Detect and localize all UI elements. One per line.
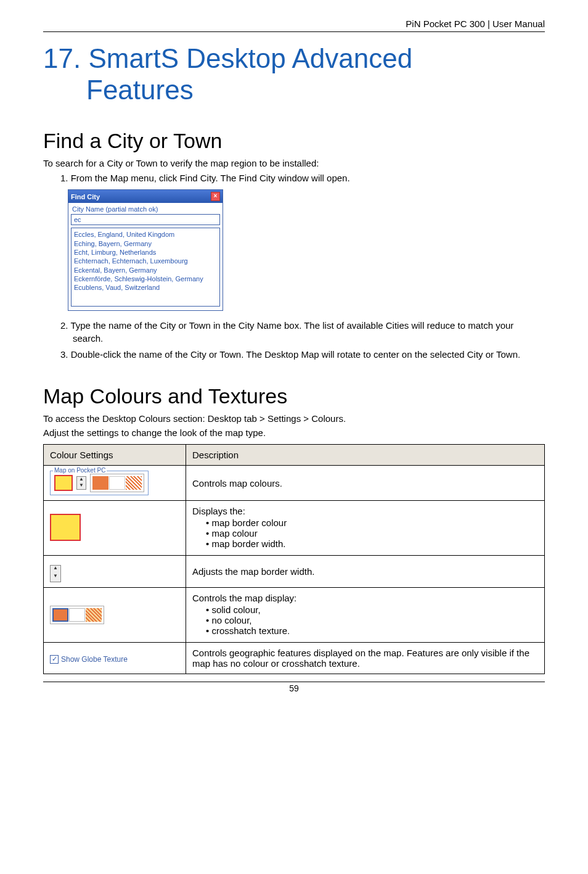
colour-swatch-icon[interactable] (54, 475, 73, 491)
row2-bullet1: map border colour (206, 517, 538, 528)
city-results-list[interactable]: Eccles, England, United Kingdom Eching, … (71, 228, 220, 307)
row3-desc: Adjusts the map border width. (186, 556, 545, 588)
title-line1: 17. SmartS Desktop Advanced (43, 43, 412, 73)
list-item[interactable]: Echternach, Echternach, Luxembourg (74, 257, 217, 265)
row4-bullet1: solid colour, (206, 604, 538, 615)
colour-settings-table: Colour Settings Description Map on Pocke… (43, 444, 545, 674)
colour-swatch-icon[interactable] (50, 514, 81, 541)
swatch-crosshatch-icon[interactable] (86, 608, 102, 622)
checkbox-label: Show Globe Texture (61, 655, 128, 664)
find-city-titlebar: Find City × (68, 190, 223, 203)
find-city-label: City Name (partial match ok) (68, 203, 223, 214)
swatch-nocolour-icon[interactable] (109, 476, 125, 490)
list-item[interactable]: Ecublens, Vaud, Switzerland (74, 283, 217, 292)
table-row: Controls the map display: solid colour, … (44, 588, 545, 643)
border-width-spinner[interactable]: ▲▼ (50, 565, 61, 582)
swatch-crosshatch-icon[interactable] (126, 476, 142, 490)
section1-heading: Find a City or Town (43, 129, 545, 153)
row4-bullet3: crosshatch texture. (206, 625, 538, 636)
swatch-solid-icon[interactable] (52, 608, 68, 622)
section2-intro2: Adjust the settings to change the look o… (43, 427, 545, 438)
swatch-nocolour-icon[interactable] (69, 608, 85, 622)
list-item[interactable]: Eckernförde, Schleswig-Holstein, Germany (74, 274, 217, 283)
display-mode-swatches[interactable] (90, 474, 144, 492)
list-item[interactable]: Eching, Bayern, Germany (74, 239, 217, 248)
border-width-spinner[interactable]: ▲▼ (76, 476, 86, 490)
city-name-input[interactable]: ec (71, 214, 220, 225)
close-icon[interactable]: × (211, 192, 220, 201)
map-pocket-widget[interactable]: Map on Pocket PC ▲▼ (50, 471, 149, 495)
page-title: 17. SmartS Desktop Advanced Features (43, 43, 545, 105)
step-1: 1. From the Map menu, click Find City. T… (60, 172, 545, 184)
table-header-colour-settings: Colour Settings (44, 445, 186, 466)
table-row: ✓ Show Globe Texture Controls geographic… (44, 643, 545, 674)
row4-desc-line: Controls the map display: (192, 593, 538, 603)
section2-intro1: To access the Desktop Colours section: D… (43, 413, 545, 424)
row2-bullet2: map colour (206, 528, 538, 538)
list-item[interactable]: Eckental, Bayern, Germany (74, 266, 217, 274)
row1-desc: Controls map colours. (186, 466, 545, 501)
list-item[interactable]: Eccles, England, United Kingdom (74, 230, 217, 239)
table-header-description: Description (186, 445, 545, 466)
list-item[interactable]: Echt, Limburg, Netherlands (74, 248, 217, 257)
step-3: 3. Double-click the name of the City or … (60, 348, 545, 361)
section1-intro: To search for a City or Town to verify t… (43, 158, 545, 168)
header-right: PiN Pocket PC 300 | User Manual (43, 19, 545, 32)
table-row: ▲▼ Adjusts the map border width. (44, 556, 545, 588)
display-mode-swatches[interactable] (50, 606, 104, 624)
table-row: Displays the: map border colour map colo… (44, 501, 545, 556)
row4-bullet2: no colour, (206, 615, 538, 625)
title-line2: Features (43, 75, 545, 106)
find-city-dialog: Find City × City Name (partial match ok)… (68, 189, 223, 311)
row5-desc: Controls geographic features displayed o… (186, 643, 545, 674)
step-2: 2. Type the name of the City or Town in … (60, 320, 545, 345)
page-number: 59 (43, 682, 545, 693)
row2-desc-line: Displays the: (192, 506, 538, 516)
swatch-solid-icon[interactable] (92, 476, 108, 490)
row2-bullet3: map border width. (206, 538, 538, 549)
map-pocket-legend: Map on Pocket PC (53, 467, 107, 474)
find-city-title: Find City (71, 193, 100, 200)
show-globe-texture-checkbox[interactable]: ✓ Show Globe Texture (50, 655, 128, 664)
table-row: Map on Pocket PC ▲▼ Controls map colours… (44, 466, 545, 501)
checkbox-checked-icon[interactable]: ✓ (50, 655, 59, 664)
section2-heading: Map Colours and Textures (43, 384, 545, 408)
